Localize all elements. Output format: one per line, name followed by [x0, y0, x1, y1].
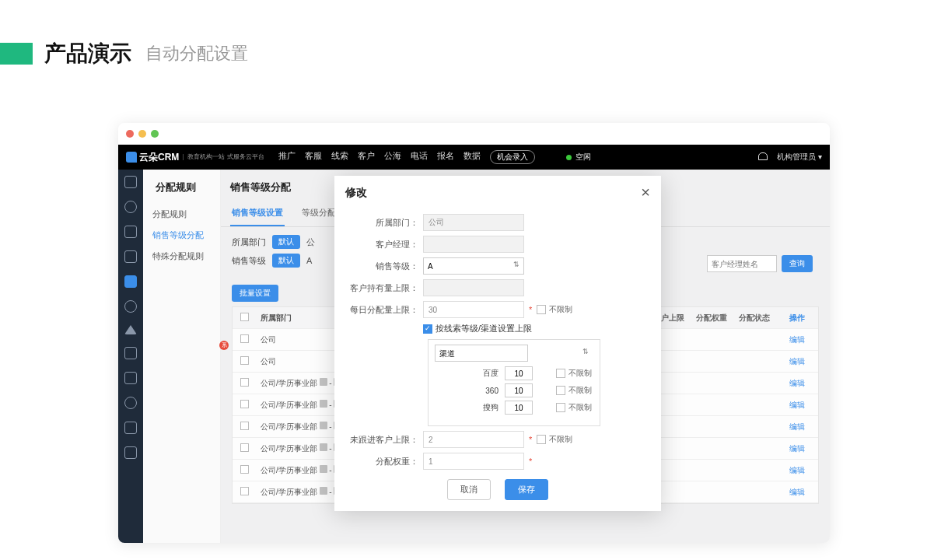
channel-row: 百度不限制	[435, 366, 593, 380]
input-hold-limit[interactable]	[423, 279, 524, 296]
select-all-checkbox[interactable]	[240, 313, 249, 321]
dashboard-icon[interactable]	[124, 176, 137, 188]
label-manager: 客户经理：	[345, 239, 423, 250]
th-weight: 分配权重	[690, 313, 733, 324]
filter-dept-label: 所属部门	[232, 236, 266, 248]
row-checkbox[interactable]	[240, 465, 249, 474]
edit-link[interactable]: 编辑	[775, 378, 818, 389]
window-titlebar	[118, 123, 830, 145]
channel-row: 搜狗不限制	[435, 401, 593, 415]
channel-limit-input[interactable]	[505, 383, 533, 397]
logo: 云朵CRM 教育机构一站 式服务云平台	[126, 151, 264, 164]
doc-icon[interactable]	[124, 372, 137, 384]
channel-nolimit-checkbox[interactable]	[556, 386, 565, 395]
status-idle: 空闲	[566, 152, 591, 163]
sidebar-item-rules[interactable]: 分配规则	[143, 204, 220, 225]
select-channel[interactable]: 渠道	[435, 345, 528, 362]
channel-nolimit-checkbox[interactable]	[556, 369, 565, 378]
accent-block	[0, 43, 33, 65]
nav-item[interactable]: 线索	[331, 150, 348, 164]
close-icon[interactable]: ×	[641, 184, 650, 201]
modal-header: 修改 ×	[334, 176, 661, 209]
row-checkbox[interactable]	[240, 443, 249, 452]
nav-item[interactable]: 电话	[411, 150, 428, 164]
nav-item[interactable]: 公海	[384, 150, 401, 164]
entry-button[interactable]: 机会录入	[490, 150, 535, 164]
channel-row: 360不限制	[435, 383, 593, 397]
edit-link[interactable]: 编辑	[775, 334, 818, 345]
edit-link[interactable]: 编辑	[775, 422, 818, 432]
batch-settings-button[interactable]: 批量设置	[232, 285, 278, 302]
filter-level-label: 销售等级	[232, 255, 266, 267]
checkbox-by-channel[interactable]	[423, 324, 432, 334]
maximize-dot[interactable]	[151, 130, 159, 138]
card-icon[interactable]	[124, 446, 137, 459]
row-checkbox[interactable]	[240, 487, 249, 495]
logo-text: 云朵CRM	[139, 151, 179, 164]
sub-sidebar-title: 分配规则	[143, 180, 220, 194]
search-area: 查询	[707, 255, 813, 272]
nav-item[interactable]: 客户	[358, 150, 375, 164]
input-dept[interactable]	[423, 214, 524, 231]
row-checkbox[interactable]	[240, 378, 249, 387]
channel-name: 360	[435, 387, 505, 395]
th-status: 分配状态	[733, 313, 775, 324]
tab-level-settings[interactable]: 销售等级设置	[230, 202, 285, 226]
minimize-dot[interactable]	[138, 130, 146, 138]
th-ops: 操作	[775, 313, 818, 324]
sidebar-item-special[interactable]: 特殊分配规则	[143, 246, 220, 267]
label-unfollow-limit: 未跟进客户上限：	[345, 434, 423, 446]
edit-link[interactable]: 编辑	[775, 487, 818, 498]
modal-actions: 取消 保存	[334, 479, 661, 500]
save-button[interactable]: 保存	[505, 479, 548, 500]
nav-item[interactable]: 数据	[464, 150, 481, 164]
edit-link[interactable]: 编辑	[775, 400, 818, 411]
input-unfollow-limit[interactable]	[423, 431, 524, 448]
shield-icon[interactable]	[124, 201, 137, 213]
edit-link[interactable]: 编辑	[775, 443, 818, 454]
nolimit-label: 不限制	[549, 304, 572, 315]
team-icon[interactable]	[124, 347, 137, 359]
cancel-button[interactable]: 取消	[447, 479, 491, 500]
role-dropdown[interactable]: 机构管理员 ▾	[777, 152, 822, 163]
checkbox-daily-nolimit[interactable]	[537, 305, 546, 314]
sidebar-item-level[interactable]: 销售等级分配	[143, 225, 220, 246]
bell-icon[interactable]	[758, 152, 768, 162]
settings-icon[interactable]	[124, 275, 137, 288]
row-checkbox[interactable]	[240, 400, 249, 408]
channel-limit-input[interactable]	[505, 366, 533, 380]
filter-chip-default[interactable]: 默认	[272, 235, 300, 249]
chart-icon[interactable]	[124, 226, 137, 238]
label-dept: 所属部门：	[345, 217, 423, 229]
nav-item[interactable]: 推广	[278, 150, 296, 164]
user-icon[interactable]	[124, 250, 137, 263]
icon-sidebar	[118, 170, 143, 543]
warning-icon[interactable]	[124, 325, 137, 334]
input-weight[interactable]	[423, 453, 524, 470]
channel-name: 搜狗	[435, 402, 505, 413]
channel-name: 百度	[435, 368, 505, 379]
channel-nolimit-checkbox[interactable]	[556, 403, 565, 412]
nav-item[interactable]: 客服	[305, 150, 322, 164]
input-daily-limit[interactable]	[423, 301, 524, 318]
channel-limit-input[interactable]	[505, 401, 533, 415]
filter-level-value[interactable]: A	[306, 256, 312, 265]
filter-chip-default[interactable]: 默认	[272, 254, 300, 268]
checkbox-unfollow-nolimit[interactable]	[537, 435, 546, 444]
edit-link[interactable]: 编辑	[775, 356, 818, 367]
tag-icon[interactable]	[124, 422, 137, 434]
search-button[interactable]: 查询	[782, 255, 813, 272]
row-checkbox[interactable]	[240, 334, 249, 343]
sub-sidebar: 分配规则 分配规则 销售等级分配 特殊分配规则 系	[143, 170, 221, 543]
close-dot[interactable]	[126, 130, 134, 138]
nav-item[interactable]: 报名	[437, 150, 454, 164]
org-icon[interactable]	[124, 300, 137, 313]
select-level[interactable]: A	[423, 257, 524, 275]
input-manager[interactable]	[423, 236, 524, 253]
filter-dept-value[interactable]: 公	[306, 236, 315, 248]
phone-icon[interactable]	[124, 397, 137, 409]
row-checkbox[interactable]	[240, 422, 249, 430]
row-checkbox[interactable]	[240, 356, 249, 365]
search-input[interactable]	[707, 255, 777, 272]
edit-link[interactable]: 编辑	[775, 465, 818, 476]
